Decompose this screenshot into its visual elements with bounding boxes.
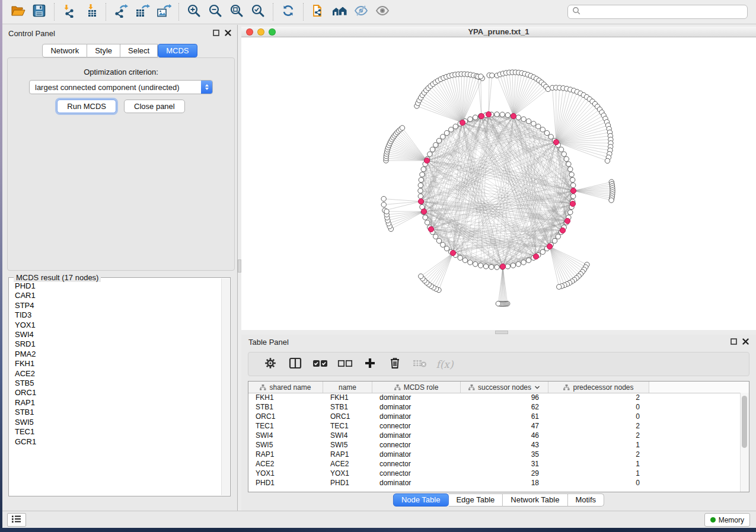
column-header-mcds_role[interactable]: MCDS role xyxy=(372,382,461,393)
mcds-list-scrollbar[interactable] xyxy=(221,278,229,495)
close-panel-icon[interactable] xyxy=(742,338,749,347)
table-row[interactable]: FKH1FKH1dominator962 xyxy=(248,393,741,402)
tab-edge-table[interactable]: Edge Table xyxy=(448,493,503,507)
import-network-button[interactable] xyxy=(59,3,80,21)
mcds-result-item[interactable]: ORC1 xyxy=(15,388,221,398)
float-panel-icon[interactable] xyxy=(213,29,219,38)
cell-successor_nodes: 29 xyxy=(461,469,548,477)
first-neighbors-button[interactable] xyxy=(329,3,350,21)
tab-network[interactable]: Network xyxy=(42,44,87,57)
trash-icon xyxy=(390,357,400,371)
refresh-icon xyxy=(281,4,295,20)
network-view[interactable] xyxy=(241,37,756,330)
table-row[interactable]: RAP1RAP1dominator352 xyxy=(248,450,741,459)
mcds-result-item[interactable]: STP4 xyxy=(15,301,221,310)
table-row[interactable]: ORC1ORC1dominator610 xyxy=(248,412,741,421)
attribute-tree-icon xyxy=(260,384,266,390)
mcds-result-list[interactable]: PHD1CAR1STP4TID3YOX1SWI4SRD1PMA2FKH1ACE2… xyxy=(9,281,221,495)
save-session-button[interactable] xyxy=(28,3,50,21)
column-header-name[interactable]: name xyxy=(323,382,372,393)
tab-mcds[interactable]: MCDS xyxy=(158,44,197,57)
column-header-predecessor_nodes[interactable]: predecessor nodes xyxy=(548,382,649,393)
mcds-result-item[interactable]: SWI4 xyxy=(15,330,221,339)
delete-column-button[interactable] xyxy=(382,356,407,373)
cell-mcds_role: dominator xyxy=(372,412,461,421)
node-table: shared namenameMCDS rolesuccessor nodesp… xyxy=(248,381,749,492)
splitter-grip[interactable] xyxy=(495,331,508,334)
cell-shared_name: TEC1 xyxy=(248,422,323,430)
close-panel-icon[interactable] xyxy=(225,29,231,38)
mcds-result-item[interactable]: PMA2 xyxy=(15,350,221,359)
search-input[interactable] xyxy=(581,7,743,17)
refresh-layout-button[interactable] xyxy=(277,3,299,21)
mcds-result-item[interactable]: FKH1 xyxy=(15,359,221,368)
tab-node-table[interactable]: Node Table xyxy=(393,493,449,507)
search-box[interactable] xyxy=(567,5,748,19)
tab-select[interactable]: Select xyxy=(120,44,158,57)
deselect-all-button[interactable] xyxy=(333,356,358,373)
run-mcds-button[interactable]: Run MCDS xyxy=(57,100,116,113)
close-panel-button[interactable]: Close panel xyxy=(124,100,185,113)
export-image-button[interactable] xyxy=(153,3,174,21)
table-row[interactable]: YOX1YOX1connector291 xyxy=(248,469,741,478)
add-column-button[interactable] xyxy=(358,356,382,373)
table-settings-button[interactable] xyxy=(258,356,283,373)
select-all-button[interactable] xyxy=(308,356,333,373)
gear-icon xyxy=(264,357,277,372)
mcds-result-item[interactable]: SWI5 xyxy=(15,418,221,427)
table-row[interactable]: PHD1PHD1dominator180 xyxy=(248,478,741,488)
column-view-button[interactable] xyxy=(283,356,308,373)
mcds-result-item[interactable]: RAP1 xyxy=(15,398,221,408)
tab-network-table[interactable]: Network Table xyxy=(503,493,567,507)
import-table-button[interactable] xyxy=(80,3,101,21)
optimization-criterion-select[interactable]: largest connected component (undirected) xyxy=(29,80,213,94)
tab-style[interactable]: Style xyxy=(87,44,120,57)
network-from-file-button[interactable] xyxy=(308,3,329,21)
float-panel-icon[interactable] xyxy=(731,338,737,347)
column-header-successor_nodes[interactable]: successor nodes xyxy=(461,382,548,393)
task-history-button[interactable] xyxy=(7,513,26,527)
mcds-result-item[interactable]: GCR1 xyxy=(15,437,221,447)
mcds-result-item[interactable]: TID3 xyxy=(15,310,221,320)
tab-motifs[interactable]: Motifs xyxy=(567,493,604,507)
show-all-button[interactable] xyxy=(372,3,393,21)
export-network-button[interactable] xyxy=(110,3,132,21)
table-row[interactable]: SWI5SWI5connector431 xyxy=(248,440,741,450)
cell-name: PHD1 xyxy=(323,479,372,487)
mcds-result-item[interactable]: TEC1 xyxy=(15,427,221,437)
zoom-selected-icon xyxy=(251,4,265,20)
zoom-fit-button[interactable] xyxy=(226,3,247,21)
mcds-result-item[interactable]: STB1 xyxy=(15,408,221,417)
mcds-result-item[interactable]: YOX1 xyxy=(15,321,221,330)
network-nodes[interactable] xyxy=(381,70,615,306)
network-window-titlebar[interactable]: YPA_prune.txt_1 xyxy=(241,27,756,37)
mcds-result-item[interactable]: STB5 xyxy=(15,379,221,388)
open-session-button[interactable] xyxy=(7,3,28,21)
cell-mcds_role: connector xyxy=(372,460,461,468)
export-table-button[interactable] xyxy=(132,3,153,21)
delete-table-button[interactable] xyxy=(407,356,432,373)
zoom-out-button[interactable] xyxy=(205,3,226,21)
zoom-in-button[interactable] xyxy=(183,3,205,21)
apply-function-button[interactable]: f(x) xyxy=(432,356,457,373)
table-row[interactable]: STB1STB1dominator620 xyxy=(248,402,741,412)
horizontal-splitter[interactable] xyxy=(241,330,756,335)
memory-button[interactable]: Memory xyxy=(704,513,750,527)
column-header-shared_name[interactable]: shared name xyxy=(248,382,323,393)
cell-successor_nodes: 31 xyxy=(461,460,548,468)
mcds-result-item[interactable]: PHD1 xyxy=(15,281,221,291)
table-row[interactable]: TEC1TEC1connector472 xyxy=(248,421,741,431)
column-label: shared name xyxy=(269,383,311,392)
scrollbar-thumb[interactable] xyxy=(742,396,747,448)
table-row[interactable]: SWI4SWI4dominator462 xyxy=(248,431,741,440)
cell-shared_name: ACE2 xyxy=(248,460,323,468)
mcds-result-item[interactable]: SRD1 xyxy=(15,339,221,349)
table-scrollbar[interactable] xyxy=(740,393,749,492)
mcds-result-item[interactable]: ACE2 xyxy=(15,369,221,379)
mcds-result-item[interactable]: CAR1 xyxy=(15,291,221,300)
hide-selected-button[interactable] xyxy=(350,3,372,21)
zoom-selected-button[interactable] xyxy=(247,3,269,21)
control-panel-title: Control Panel xyxy=(8,29,55,38)
table-row[interactable]: ACE2ACE2connector311 xyxy=(248,459,741,469)
network-window-title: YPA_prune.txt_1 xyxy=(241,27,756,36)
